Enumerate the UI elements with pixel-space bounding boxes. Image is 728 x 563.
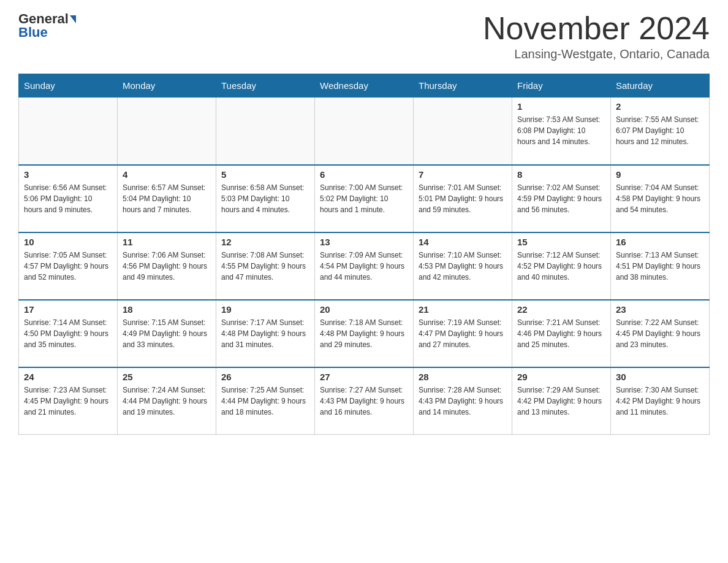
day-info: Sunrise: 7:55 AM Sunset: 6:07 PM Dayligh… <box>616 114 704 147</box>
calendar-cell: 8Sunrise: 7:02 AM Sunset: 4:59 PM Daylig… <box>512 165 611 232</box>
day-info: Sunrise: 7:22 AM Sunset: 4:45 PM Dayligh… <box>616 317 704 350</box>
calendar-cell: 13Sunrise: 7:09 AM Sunset: 4:54 PM Dayli… <box>315 232 414 300</box>
day-number: 4 <box>123 169 211 180</box>
day-number: 8 <box>517 169 605 180</box>
day-number: 6 <box>320 169 408 180</box>
day-number: 24 <box>24 372 112 382</box>
day-info: Sunrise: 7:08 AM Sunset: 4:55 PM Dayligh… <box>221 250 309 283</box>
calendar-cell: 17Sunrise: 7:14 AM Sunset: 4:50 PM Dayli… <box>19 300 118 367</box>
logo-triangle-icon <box>70 15 76 23</box>
day-info: Sunrise: 7:24 AM Sunset: 4:44 PM Dayligh… <box>123 385 211 418</box>
day-number: 9 <box>616 169 704 180</box>
calendar-week-2: 3Sunrise: 6:56 AM Sunset: 5:06 PM Daylig… <box>19 165 710 232</box>
calendar-header-tuesday: Tuesday <box>216 74 315 98</box>
day-number: 22 <box>517 304 605 315</box>
day-number: 30 <box>616 372 704 382</box>
day-number: 27 <box>320 372 408 382</box>
day-info: Sunrise: 7:00 AM Sunset: 5:02 PM Dayligh… <box>320 182 408 215</box>
calendar-cell: 23Sunrise: 7:22 AM Sunset: 4:45 PM Dayli… <box>611 300 710 367</box>
day-info: Sunrise: 7:10 AM Sunset: 4:53 PM Dayligh… <box>419 250 507 283</box>
calendar-cell: 6Sunrise: 7:00 AM Sunset: 5:02 PM Daylig… <box>315 165 414 232</box>
day-number: 13 <box>320 237 408 247</box>
day-info: Sunrise: 7:02 AM Sunset: 4:59 PM Dayligh… <box>517 182 605 215</box>
location-subtitle: Lansing-Westgate, Ontario, Canada <box>483 47 710 61</box>
month-title: November 2024 <box>483 12 710 44</box>
calendar-cell: 12Sunrise: 7:08 AM Sunset: 4:55 PM Dayli… <box>216 232 315 300</box>
day-number: 20 <box>320 304 408 315</box>
calendar-cell: 19Sunrise: 7:17 AM Sunset: 4:48 PM Dayli… <box>216 300 315 367</box>
calendar-cell: 24Sunrise: 7:23 AM Sunset: 4:45 PM Dayli… <box>19 367 118 435</box>
day-number: 19 <box>221 304 309 315</box>
calendar-week-5: 24Sunrise: 7:23 AM Sunset: 4:45 PM Dayli… <box>19 367 710 435</box>
calendar-cell <box>315 98 414 165</box>
day-info: Sunrise: 7:01 AM Sunset: 5:01 PM Dayligh… <box>419 182 507 215</box>
day-info: Sunrise: 7:17 AM Sunset: 4:48 PM Dayligh… <box>221 317 309 350</box>
logo-blue: Blue <box>18 25 48 40</box>
calendar-header-wednesday: Wednesday <box>315 74 414 98</box>
day-info: Sunrise: 7:18 AM Sunset: 4:48 PM Dayligh… <box>320 317 408 350</box>
calendar-cell: 5Sunrise: 6:58 AM Sunset: 5:03 PM Daylig… <box>216 165 315 232</box>
calendar-cell: 30Sunrise: 7:30 AM Sunset: 4:42 PM Dayli… <box>611 367 710 435</box>
calendar-cell: 9Sunrise: 7:04 AM Sunset: 4:58 PM Daylig… <box>611 165 710 232</box>
day-number: 21 <box>419 304 507 315</box>
calendar-cell: 2Sunrise: 7:55 AM Sunset: 6:07 PM Daylig… <box>611 98 710 165</box>
day-number: 26 <box>221 372 309 382</box>
calendar-cell: 11Sunrise: 7:06 AM Sunset: 4:56 PM Dayli… <box>118 232 216 300</box>
calendar-header-saturday: Saturday <box>611 74 710 98</box>
calendar-cell: 29Sunrise: 7:29 AM Sunset: 4:42 PM Dayli… <box>512 367 611 435</box>
day-number: 7 <box>419 169 507 180</box>
day-number: 29 <box>517 372 605 382</box>
calendar-cell: 28Sunrise: 7:28 AM Sunset: 4:43 PM Dayli… <box>414 367 512 435</box>
day-number: 14 <box>419 237 507 247</box>
calendar-header-row: SundayMondayTuesdayWednesdayThursdayFrid… <box>19 74 710 98</box>
calendar-cell: 25Sunrise: 7:24 AM Sunset: 4:44 PM Dayli… <box>118 367 216 435</box>
day-number: 11 <box>123 237 211 247</box>
day-info: Sunrise: 7:15 AM Sunset: 4:49 PM Dayligh… <box>123 317 211 350</box>
day-info: Sunrise: 7:29 AM Sunset: 4:42 PM Dayligh… <box>517 385 605 418</box>
day-info: Sunrise: 7:04 AM Sunset: 4:58 PM Dayligh… <box>616 182 704 215</box>
day-info: Sunrise: 7:12 AM Sunset: 4:52 PM Dayligh… <box>517 250 605 283</box>
calendar-cell <box>414 98 512 165</box>
day-info: Sunrise: 7:53 AM Sunset: 6:08 PM Dayligh… <box>517 114 605 147</box>
calendar-week-1: 1Sunrise: 7:53 AM Sunset: 6:08 PM Daylig… <box>19 98 710 165</box>
day-number: 16 <box>616 237 704 247</box>
day-info: Sunrise: 7:27 AM Sunset: 4:43 PM Dayligh… <box>320 385 408 418</box>
day-number: 2 <box>616 101 704 112</box>
calendar-cell: 14Sunrise: 7:10 AM Sunset: 4:53 PM Dayli… <box>414 232 512 300</box>
page-header: General Blue November 2024 Lansing-Westg… <box>18 12 710 61</box>
day-number: 17 <box>24 304 112 315</box>
calendar-header-friday: Friday <box>512 74 611 98</box>
day-info: Sunrise: 7:05 AM Sunset: 4:57 PM Dayligh… <box>24 250 112 283</box>
calendar-cell: 7Sunrise: 7:01 AM Sunset: 5:01 PM Daylig… <box>414 165 512 232</box>
calendar-cell: 27Sunrise: 7:27 AM Sunset: 4:43 PM Dayli… <box>315 367 414 435</box>
calendar-week-4: 17Sunrise: 7:14 AM Sunset: 4:50 PM Dayli… <box>19 300 710 367</box>
day-info: Sunrise: 7:14 AM Sunset: 4:50 PM Dayligh… <box>24 317 112 350</box>
calendar-cell: 15Sunrise: 7:12 AM Sunset: 4:52 PM Dayli… <box>512 232 611 300</box>
day-info: Sunrise: 7:23 AM Sunset: 4:45 PM Dayligh… <box>24 385 112 418</box>
calendar-cell: 1Sunrise: 7:53 AM Sunset: 6:08 PM Daylig… <box>512 98 611 165</box>
day-info: Sunrise: 7:28 AM Sunset: 4:43 PM Dayligh… <box>419 385 507 418</box>
calendar-cell: 26Sunrise: 7:25 AM Sunset: 4:44 PM Dayli… <box>216 367 315 435</box>
calendar-cell: 18Sunrise: 7:15 AM Sunset: 4:49 PM Dayli… <box>118 300 216 367</box>
day-number: 23 <box>616 304 704 315</box>
day-number: 3 <box>24 169 112 180</box>
logo-general: General <box>18 12 69 26</box>
calendar-week-3: 10Sunrise: 7:05 AM Sunset: 4:57 PM Dayli… <box>19 232 710 300</box>
day-info: Sunrise: 7:19 AM Sunset: 4:47 PM Dayligh… <box>419 317 507 350</box>
calendar-cell: 20Sunrise: 7:18 AM Sunset: 4:48 PM Dayli… <box>315 300 414 367</box>
calendar-cell <box>216 98 315 165</box>
day-info: Sunrise: 7:06 AM Sunset: 4:56 PM Dayligh… <box>123 250 211 283</box>
calendar-cell: 4Sunrise: 6:57 AM Sunset: 5:04 PM Daylig… <box>118 165 216 232</box>
title-section: November 2024 Lansing-Westgate, Ontario,… <box>483 12 710 61</box>
day-number: 15 <box>517 237 605 247</box>
calendar-cell: 21Sunrise: 7:19 AM Sunset: 4:47 PM Dayli… <box>414 300 512 367</box>
calendar-cell: 22Sunrise: 7:21 AM Sunset: 4:46 PM Dayli… <box>512 300 611 367</box>
day-number: 25 <box>123 372 211 382</box>
day-number: 5 <box>221 169 309 180</box>
calendar-cell: 3Sunrise: 6:56 AM Sunset: 5:06 PM Daylig… <box>19 165 118 232</box>
day-number: 10 <box>24 237 112 247</box>
calendar-cell: 10Sunrise: 7:05 AM Sunset: 4:57 PM Dayli… <box>19 232 118 300</box>
calendar-cell <box>118 98 216 165</box>
day-info: Sunrise: 7:21 AM Sunset: 4:46 PM Dayligh… <box>517 317 605 350</box>
day-info: Sunrise: 7:09 AM Sunset: 4:54 PM Dayligh… <box>320 250 408 283</box>
